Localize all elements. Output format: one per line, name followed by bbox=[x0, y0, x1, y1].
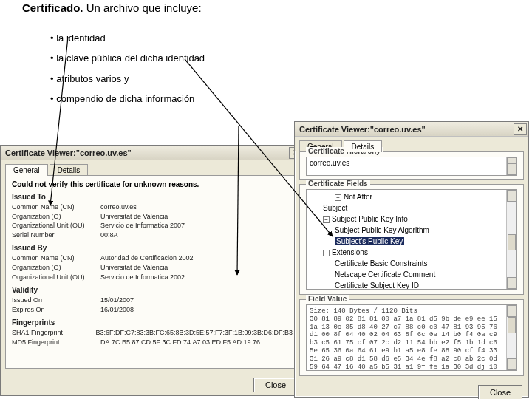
close-button[interactable]: Close bbox=[253, 378, 298, 392]
tree-node[interactable]: −Not After bbox=[310, 191, 514, 202]
fields-label: Certificate Fields bbox=[306, 180, 370, 188]
kv-row: Expires On16/01/2008 bbox=[12, 305, 293, 315]
hierarchy-group: Certificate Hierarchy correo.uv.es bbox=[299, 151, 524, 180]
tree-node[interactable]: Certificate Basic Constraints bbox=[310, 258, 514, 269]
tree-node[interactable]: Netscape Certificate Comment bbox=[310, 269, 514, 280]
kv-row: Serial Number00:8A bbox=[12, 231, 293, 240]
window-title: Certificate Viewer:"correo.uv.es" bbox=[299, 125, 426, 134]
slide-bullets: • la identidad • la clave pública del di… bbox=[50, 28, 205, 109]
hex-line: 59 64 47 16 40 a5 b5 31 a1 9f fe 1a 30 3… bbox=[310, 364, 514, 371]
hex-line: b3 c5 61 75 cf 07 2c d2 11 54 bb e2 f5 1… bbox=[310, 339, 514, 347]
hex-line: 1a 13 0c 85 d8 40 27 c7 88 c0 c0 47 81 9… bbox=[310, 324, 514, 332]
kv-row: Organization (O)Universitat de Valencia bbox=[12, 212, 293, 222]
hex-line: d1 00 8f 04 40 02 04 63 8f 6c 0e 14 b0 f… bbox=[310, 331, 514, 339]
hex-line: 30 81 89 02 81 81 00 a7 1a 81 d5 9b de e… bbox=[310, 316, 514, 324]
hex-line: Size: 140 Bytes / 1120 Bits bbox=[310, 307, 514, 316]
tree-node[interactable]: −Extensions bbox=[310, 247, 514, 258]
tree-node[interactable]: Certificate Subject Key ID bbox=[310, 280, 514, 290]
hex-line: 5e 65 36 0a 64 61 e9 b1 a5 e8 fe 88 90 c… bbox=[310, 347, 514, 355]
hierarchy-root[interactable]: correo.uv.es bbox=[310, 159, 349, 167]
tab-details[interactable]: Details bbox=[50, 164, 89, 176]
bullet-item: • la clave pública del dicha identidad bbox=[50, 48, 205, 68]
fields-tree[interactable]: −Not After Subject −Subject Public Key I… bbox=[310, 191, 514, 290]
tab-general[interactable]: General bbox=[5, 164, 48, 176]
tree-node-selected[interactable]: Subject's Public Key bbox=[310, 236, 514, 247]
fingerprints-heading: Fingerprints bbox=[12, 318, 293, 327]
tree-node[interactable]: Subject Public Key Algorithm bbox=[310, 225, 514, 236]
bullet-item: • la identidad bbox=[50, 28, 205, 48]
field-value-box[interactable]: Size: 140 Bytes / 1120 Bits 30 81 89 02 … bbox=[306, 304, 517, 371]
hierarchy-box[interactable]: correo.uv.es bbox=[306, 157, 517, 176]
kv-row: MD5 FingerprintDA:7C:B5:87:CD:5F:3C:FD:7… bbox=[12, 338, 293, 347]
kv-row: Issued On15/01/2007 bbox=[12, 296, 293, 305]
collapse-icon[interactable]: − bbox=[323, 250, 330, 256]
tab-details[interactable]: Details bbox=[344, 140, 383, 152]
fields-tree-box[interactable]: −Not After Subject −Subject Public Key I… bbox=[306, 189, 517, 290]
cert-viewer-general-window: Certificate Viewer:"correo.uv.es" ✕ Gene… bbox=[0, 145, 304, 396]
close-icon[interactable]: ✕ bbox=[514, 123, 527, 135]
kv-row: Common Name (CN)Autoridad de Certificaci… bbox=[12, 253, 293, 263]
kv-row: Organizational Unit (OU)Servicio de Info… bbox=[12, 273, 293, 282]
value-label: Field Value bbox=[306, 295, 349, 303]
validity-heading: Validity bbox=[12, 286, 293, 294]
title-bold: Certificado. bbox=[22, 1, 83, 14]
bullet-item: • compendio de dicha información bbox=[50, 89, 205, 109]
kv-row: Common Name (CN)correo.uv.es bbox=[12, 202, 293, 212]
kv-row: Organizational Unit (OU)Servicio de Info… bbox=[12, 221, 293, 231]
scrollbar[interactable] bbox=[506, 190, 516, 289]
kv-row: Organization (O)Universitat de Valencia bbox=[12, 263, 293, 273]
verify-status: Could not verify this certificate for un… bbox=[12, 180, 293, 188]
kv-row: SHA1 FingerprintB3:6F:DF:C7:83:3B:FC:65:… bbox=[12, 328, 293, 338]
hex-line: 31 26 a9 c8 d1 58 d6 e5 34 4e f8 a2 c8 a… bbox=[310, 355, 514, 364]
collapse-icon[interactable]: − bbox=[335, 194, 341, 201]
button-bar: Close bbox=[295, 381, 528, 399]
scrollbar[interactable] bbox=[506, 305, 516, 370]
cert-viewer-details-window: Certificate Viewer:"correo.uv.es" ✕ Gene… bbox=[294, 121, 529, 398]
issued-to-heading: Issued To bbox=[12, 193, 293, 201]
window-title: Certificate Viewer:"correo.uv.es" bbox=[5, 149, 132, 157]
fields-group: Certificate Fields −Not After Subject −S… bbox=[299, 184, 524, 295]
scrollbar[interactable] bbox=[506, 157, 516, 175]
button-bar: Close bbox=[1, 373, 304, 397]
titlebar[interactable]: Certificate Viewer:"correo.uv.es" ✕ bbox=[295, 122, 528, 137]
tree-node[interactable]: Subject bbox=[310, 202, 514, 214]
collapse-icon[interactable]: − bbox=[323, 216, 330, 223]
tabs: General Details bbox=[1, 160, 304, 175]
general-panel: Could not verify this certificate for un… bbox=[5, 175, 299, 369]
value-group: Field Value Size: 140 Bytes / 1120 Bits … bbox=[299, 299, 524, 376]
slide-title: Certificado. Un archivo que incluye: bbox=[22, 1, 202, 14]
tree-node[interactable]: −Subject Public Key Info bbox=[310, 214, 514, 225]
close-button[interactable]: Close bbox=[478, 385, 522, 399]
bullet-item: • atributos varios y bbox=[50, 69, 205, 89]
titlebar[interactable]: Certificate Viewer:"correo.uv.es" ✕ bbox=[1, 146, 304, 160]
issued-by-heading: Issued By bbox=[12, 244, 293, 252]
title-rest: Un archivo que incluye: bbox=[83, 1, 202, 14]
